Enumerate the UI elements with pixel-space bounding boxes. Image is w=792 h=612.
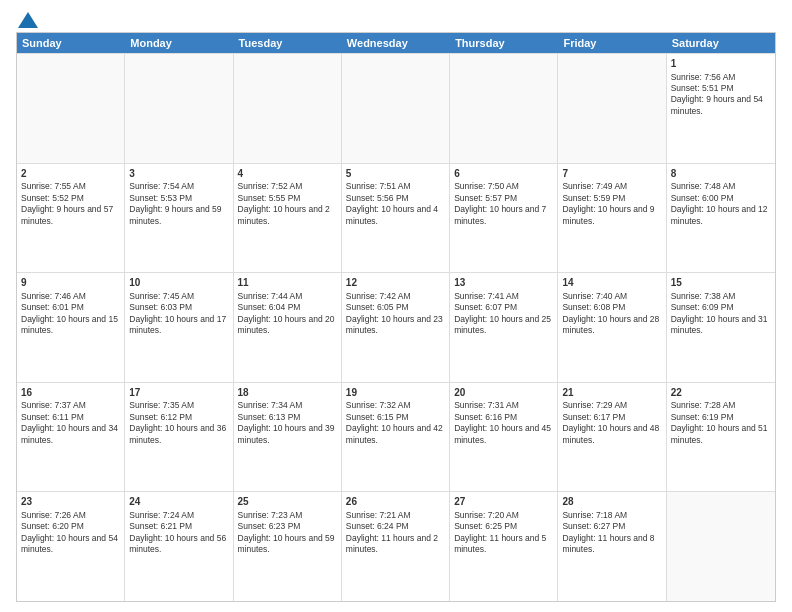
day-number: 7 <box>562 167 661 181</box>
calendar-row-4: 23Sunrise: 7:26 AM Sunset: 6:20 PM Dayli… <box>17 491 775 601</box>
day-info: Sunrise: 7:50 AM Sunset: 5:57 PM Dayligh… <box>454 181 546 225</box>
calendar-body: 1Sunrise: 7:56 AM Sunset: 5:51 PM Daylig… <box>17 53 775 601</box>
logo-icon <box>18 12 38 28</box>
calendar-cell-1-3: 5Sunrise: 7:51 AM Sunset: 5:56 PM Daylig… <box>342 164 450 273</box>
calendar-cell-3-1: 17Sunrise: 7:35 AM Sunset: 6:12 PM Dayli… <box>125 383 233 492</box>
header-day-thursday: Thursday <box>450 33 558 53</box>
day-number: 6 <box>454 167 553 181</box>
calendar-cell-4-3: 26Sunrise: 7:21 AM Sunset: 6:24 PM Dayli… <box>342 492 450 601</box>
day-info: Sunrise: 7:51 AM Sunset: 5:56 PM Dayligh… <box>346 181 438 225</box>
day-info: Sunrise: 7:26 AM Sunset: 6:20 PM Dayligh… <box>21 510 118 554</box>
calendar-cell-2-5: 14Sunrise: 7:40 AM Sunset: 6:08 PM Dayli… <box>558 273 666 382</box>
calendar-cell-2-0: 9Sunrise: 7:46 AM Sunset: 6:01 PM Daylig… <box>17 273 125 382</box>
day-number: 22 <box>671 386 771 400</box>
day-info: Sunrise: 7:28 AM Sunset: 6:19 PM Dayligh… <box>671 400 768 444</box>
day-number: 25 <box>238 495 337 509</box>
day-number: 24 <box>129 495 228 509</box>
day-number: 27 <box>454 495 553 509</box>
calendar-row-0: 1Sunrise: 7:56 AM Sunset: 5:51 PM Daylig… <box>17 53 775 163</box>
calendar-cell-2-3: 12Sunrise: 7:42 AM Sunset: 6:05 PM Dayli… <box>342 273 450 382</box>
calendar-cell-3-3: 19Sunrise: 7:32 AM Sunset: 6:15 PM Dayli… <box>342 383 450 492</box>
day-info: Sunrise: 7:55 AM Sunset: 5:52 PM Dayligh… <box>21 181 113 225</box>
calendar-cell-3-5: 21Sunrise: 7:29 AM Sunset: 6:17 PM Dayli… <box>558 383 666 492</box>
header-day-saturday: Saturday <box>667 33 775 53</box>
day-info: Sunrise: 7:41 AM Sunset: 6:07 PM Dayligh… <box>454 291 551 335</box>
day-number: 10 <box>129 276 228 290</box>
day-info: Sunrise: 7:37 AM Sunset: 6:11 PM Dayligh… <box>21 400 118 444</box>
logo <box>16 12 38 24</box>
day-info: Sunrise: 7:44 AM Sunset: 6:04 PM Dayligh… <box>238 291 335 335</box>
calendar-cell-2-4: 13Sunrise: 7:41 AM Sunset: 6:07 PM Dayli… <box>450 273 558 382</box>
day-number: 1 <box>671 57 771 71</box>
header-day-friday: Friday <box>558 33 666 53</box>
day-number: 13 <box>454 276 553 290</box>
day-info: Sunrise: 7:35 AM Sunset: 6:12 PM Dayligh… <box>129 400 226 444</box>
day-info: Sunrise: 7:40 AM Sunset: 6:08 PM Dayligh… <box>562 291 659 335</box>
day-number: 12 <box>346 276 445 290</box>
header-day-tuesday: Tuesday <box>234 33 342 53</box>
day-info: Sunrise: 7:46 AM Sunset: 6:01 PM Dayligh… <box>21 291 118 335</box>
day-info: Sunrise: 7:52 AM Sunset: 5:55 PM Dayligh… <box>238 181 330 225</box>
calendar-cell-3-4: 20Sunrise: 7:31 AM Sunset: 6:16 PM Dayli… <box>450 383 558 492</box>
day-number: 21 <box>562 386 661 400</box>
day-info: Sunrise: 7:23 AM Sunset: 6:23 PM Dayligh… <box>238 510 335 554</box>
day-number: 28 <box>562 495 661 509</box>
calendar-cell-3-6: 22Sunrise: 7:28 AM Sunset: 6:19 PM Dayli… <box>667 383 775 492</box>
calendar-cell-0-3 <box>342 54 450 163</box>
header-day-monday: Monday <box>125 33 233 53</box>
calendar-cell-1-0: 2Sunrise: 7:55 AM Sunset: 5:52 PM Daylig… <box>17 164 125 273</box>
day-number: 20 <box>454 386 553 400</box>
day-info: Sunrise: 7:32 AM Sunset: 6:15 PM Dayligh… <box>346 400 443 444</box>
day-number: 5 <box>346 167 445 181</box>
day-info: Sunrise: 7:31 AM Sunset: 6:16 PM Dayligh… <box>454 400 551 444</box>
calendar-cell-2-1: 10Sunrise: 7:45 AM Sunset: 6:03 PM Dayli… <box>125 273 233 382</box>
calendar-row-3: 16Sunrise: 7:37 AM Sunset: 6:11 PM Dayli… <box>17 382 775 492</box>
header-day-wednesday: Wednesday <box>342 33 450 53</box>
header <box>16 12 776 24</box>
calendar-cell-1-6: 8Sunrise: 7:48 AM Sunset: 6:00 PM Daylig… <box>667 164 775 273</box>
day-info: Sunrise: 7:48 AM Sunset: 6:00 PM Dayligh… <box>671 181 768 225</box>
calendar-cell-2-6: 15Sunrise: 7:38 AM Sunset: 6:09 PM Dayli… <box>667 273 775 382</box>
day-number: 19 <box>346 386 445 400</box>
calendar-row-1: 2Sunrise: 7:55 AM Sunset: 5:52 PM Daylig… <box>17 163 775 273</box>
day-number: 2 <box>21 167 120 181</box>
svg-marker-0 <box>18 12 38 28</box>
day-number: 9 <box>21 276 120 290</box>
day-number: 14 <box>562 276 661 290</box>
day-info: Sunrise: 7:54 AM Sunset: 5:53 PM Dayligh… <box>129 181 221 225</box>
day-info: Sunrise: 7:49 AM Sunset: 5:59 PM Dayligh… <box>562 181 654 225</box>
day-info: Sunrise: 7:24 AM Sunset: 6:21 PM Dayligh… <box>129 510 226 554</box>
day-number: 23 <box>21 495 120 509</box>
day-info: Sunrise: 7:42 AM Sunset: 6:05 PM Dayligh… <box>346 291 443 335</box>
day-number: 18 <box>238 386 337 400</box>
day-number: 3 <box>129 167 228 181</box>
calendar: SundayMondayTuesdayWednesdayThursdayFrid… <box>16 32 776 602</box>
calendar-cell-1-4: 6Sunrise: 7:50 AM Sunset: 5:57 PM Daylig… <box>450 164 558 273</box>
day-info: Sunrise: 7:29 AM Sunset: 6:17 PM Dayligh… <box>562 400 659 444</box>
page: SundayMondayTuesdayWednesdayThursdayFrid… <box>0 0 792 612</box>
day-number: 4 <box>238 167 337 181</box>
day-number: 8 <box>671 167 771 181</box>
calendar-cell-3-2: 18Sunrise: 7:34 AM Sunset: 6:13 PM Dayli… <box>234 383 342 492</box>
calendar-cell-4-2: 25Sunrise: 7:23 AM Sunset: 6:23 PM Dayli… <box>234 492 342 601</box>
calendar-cell-4-0: 23Sunrise: 7:26 AM Sunset: 6:20 PM Dayli… <box>17 492 125 601</box>
day-info: Sunrise: 7:20 AM Sunset: 6:25 PM Dayligh… <box>454 510 546 554</box>
calendar-cell-2-2: 11Sunrise: 7:44 AM Sunset: 6:04 PM Dayli… <box>234 273 342 382</box>
calendar-header: SundayMondayTuesdayWednesdayThursdayFrid… <box>17 33 775 53</box>
calendar-cell-0-5 <box>558 54 666 163</box>
calendar-cell-1-5: 7Sunrise: 7:49 AM Sunset: 5:59 PM Daylig… <box>558 164 666 273</box>
day-info: Sunrise: 7:21 AM Sunset: 6:24 PM Dayligh… <box>346 510 438 554</box>
calendar-cell-0-4 <box>450 54 558 163</box>
header-day-sunday: Sunday <box>17 33 125 53</box>
day-number: 17 <box>129 386 228 400</box>
calendar-cell-4-1: 24Sunrise: 7:24 AM Sunset: 6:21 PM Dayli… <box>125 492 233 601</box>
day-number: 26 <box>346 495 445 509</box>
calendar-cell-0-0 <box>17 54 125 163</box>
calendar-cell-4-4: 27Sunrise: 7:20 AM Sunset: 6:25 PM Dayli… <box>450 492 558 601</box>
calendar-cell-1-1: 3Sunrise: 7:54 AM Sunset: 5:53 PM Daylig… <box>125 164 233 273</box>
calendar-cell-4-5: 28Sunrise: 7:18 AM Sunset: 6:27 PM Dayli… <box>558 492 666 601</box>
calendar-cell-4-6 <box>667 492 775 601</box>
day-info: Sunrise: 7:18 AM Sunset: 6:27 PM Dayligh… <box>562 510 654 554</box>
day-info: Sunrise: 7:45 AM Sunset: 6:03 PM Dayligh… <box>129 291 226 335</box>
day-info: Sunrise: 7:34 AM Sunset: 6:13 PM Dayligh… <box>238 400 335 444</box>
